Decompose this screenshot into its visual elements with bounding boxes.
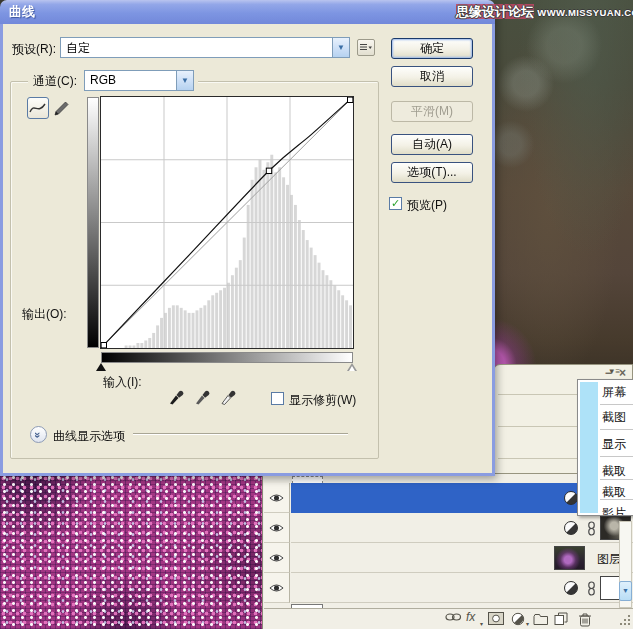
cancel-button[interactable]: 取消 (391, 66, 473, 87)
histogram-bar (152, 333, 155, 348)
layer-row-background[interactable] (291, 513, 633, 543)
preset-dropdown-arrow-icon[interactable]: ▼ (332, 38, 349, 57)
channel-dropdown-arrow-icon[interactable]: ▼ (176, 71, 193, 90)
link-layers-button[interactable] (445, 612, 461, 627)
histogram-bar (325, 275, 328, 348)
eye-icon (269, 493, 284, 503)
menu-separator (600, 404, 633, 405)
histogram-bar (270, 155, 273, 348)
display-options-expander[interactable]: » (30, 426, 47, 443)
white-eyedropper-button[interactable] (220, 388, 239, 406)
histogram-bar (192, 313, 195, 348)
options-button[interactable]: 选项(T)... (391, 162, 473, 183)
histogram-bar (247, 205, 250, 348)
panel-resize-grip[interactable] (620, 615, 631, 626)
layer-row-3[interactable]: 图层 2 (264, 543, 633, 573)
preset-combobox[interactable]: 自定 ▼ (60, 37, 350, 58)
capture-menu-flyout-icon[interactable]: ▼≡ (604, 366, 624, 378)
histogram-bar (294, 205, 297, 348)
curves-dialog: 曲线 预设(R): 自定 ▼ 确定 取消 平滑(M) 自动(A) 选项(T)..… (0, 0, 495, 476)
histogram-bar (136, 343, 139, 348)
histogram-bar (318, 263, 321, 348)
channel-combobox[interactable]: RGB ▼ (84, 70, 194, 91)
layer-row-4[interactable]: 曲线 1 (264, 573, 633, 603)
auto-button[interactable]: 自动(A) (391, 134, 473, 155)
layer-visibility-toggle[interactable] (264, 573, 290, 603)
new-layer-button[interactable] (554, 612, 570, 627)
watermark-site-url: WWW.MISSYUAN.COM (537, 7, 633, 18)
dialog-titlebar[interactable]: 曲线 (0, 0, 495, 24)
curve-control-point[interactable] (348, 97, 353, 102)
white-point-slider[interactable] (347, 363, 357, 371)
histogram-bar (243, 238, 246, 348)
layer-visibility-toggle[interactable] (264, 543, 290, 573)
histogram-bar (176, 305, 179, 348)
adjustment-layer-icon[interactable] (564, 581, 578, 595)
layer-visibility-toggle[interactable] (264, 513, 290, 543)
black-eyedropper-button[interactable] (168, 388, 187, 406)
gray-eyedropper-button[interactable] (194, 388, 213, 406)
histogram-bar (251, 180, 254, 348)
adjustment-layer-icon[interactable] (564, 521, 578, 535)
input-label: 输入(I): (103, 374, 142, 391)
histogram-bar (144, 340, 147, 348)
folder-icon (533, 613, 549, 625)
delete-layer-button[interactable] (578, 612, 594, 627)
preview-checkbox[interactable]: ✓ (389, 197, 402, 210)
adjustment-caret-icon: ▾ (526, 620, 529, 627)
histogram-bar (156, 325, 159, 348)
smooth-button: 平滑(M) (391, 101, 473, 122)
white-eyedropper-icon (220, 388, 239, 406)
curve-control-point[interactable] (266, 168, 271, 173)
ok-button[interactable]: 确定 (391, 38, 473, 59)
dialog-border-right (492, 24, 495, 476)
new-group-button[interactable] (533, 613, 549, 628)
histogram-bar (219, 290, 222, 348)
histogram-bar (286, 185, 289, 348)
curve-tool-button[interactable] (27, 97, 49, 119)
layer-row-2[interactable]: 曲线 2 (264, 513, 633, 543)
adjustment-layer-icon (511, 612, 525, 626)
capture-menu-item[interactable]: 截取 (602, 463, 626, 480)
histogram-bar (215, 293, 218, 348)
mask-link-icon[interactable] (587, 521, 596, 536)
new-adjustment-layer-button[interactable] (511, 612, 527, 627)
forum-watermark: 思缘设计论坛 WWW.MISSYUAN.COM (456, 3, 633, 21)
scroll-down-icon: ▼ (622, 587, 629, 594)
layer-thumbnail[interactable] (554, 546, 585, 570)
histogram-bar (349, 305, 352, 348)
histogram-bar (337, 290, 340, 348)
capture-window-separator (498, 458, 582, 459)
curve-control-point[interactable] (101, 343, 106, 348)
check-icon: ✓ (391, 197, 400, 209)
adjustment-layer-icon[interactable] (564, 491, 578, 505)
pencil-tool-button[interactable] (53, 100, 70, 117)
black-point-slider[interactable] (96, 363, 106, 371)
histogram-bar (310, 248, 313, 348)
histogram-bar (231, 275, 234, 348)
histogram-bar (211, 295, 214, 348)
display-options-label: 曲线显示选项 (53, 428, 125, 445)
preview-label: 预览(P) (407, 197, 447, 214)
add-mask-button[interactable] (488, 612, 504, 627)
menu-separator (600, 499, 633, 500)
show-clipping-checkbox[interactable] (271, 392, 284, 405)
histogram-bar (333, 285, 336, 348)
curve-plot[interactable] (101, 97, 353, 348)
histogram-bar (125, 345, 128, 348)
layer-row-background[interactable] (291, 573, 633, 603)
capture-menu-item[interactable]: 屏幕 (602, 384, 626, 401)
mask-link-icon[interactable] (587, 581, 596, 596)
layer-visibility-toggle[interactable] (264, 483, 290, 513)
histogram-bar (168, 308, 171, 348)
histogram-bar (262, 170, 265, 348)
capture-menu-item[interactable]: 截图 (602, 409, 626, 426)
capture-menu-item[interactable]: 影片 (602, 505, 626, 516)
dialog-border-bottom (0, 473, 495, 476)
layers-scroll-down-button[interactable]: ▼ (619, 581, 632, 601)
preset-options-button[interactable] (357, 39, 375, 56)
channel-label: 通道(C): (33, 73, 77, 90)
capture-menu-item[interactable]: 显示 (602, 436, 626, 453)
histogram-bar (223, 288, 226, 348)
link-icon (445, 612, 462, 622)
